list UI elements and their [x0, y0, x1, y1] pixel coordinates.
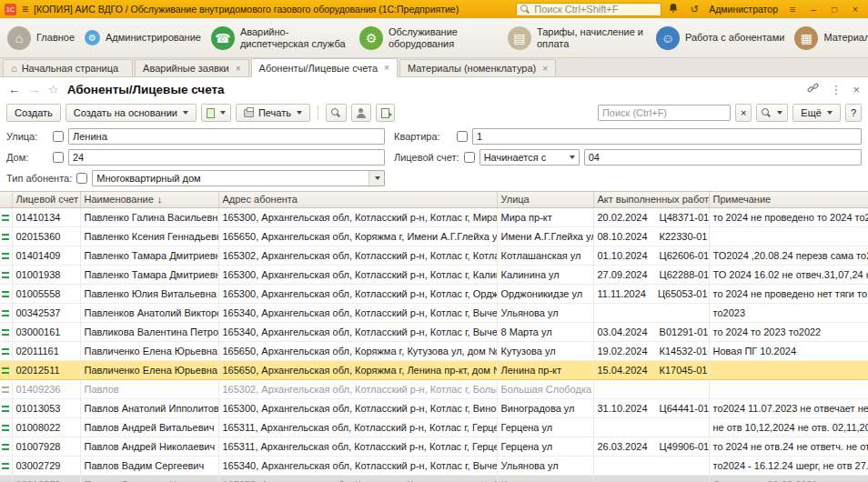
- notifications-bell-icon[interactable]: [667, 3, 680, 15]
- chevron-down-icon: [777, 111, 782, 115]
- cell-street: Кирова ул: [497, 475, 593, 482]
- cell-note: то2024 - 16.12.24 шерг, не отв 27.11.24: [709, 456, 868, 475]
- filter-flat-checkbox[interactable]: [457, 131, 468, 142]
- ribbon-item[interactable]: ▤ Тарифы, начисление и оплата: [508, 26, 646, 50]
- cell-street: Ленина пр-кт: [497, 360, 593, 379]
- report-dropdown-button[interactable]: [201, 104, 231, 122]
- cell-account: 02015360: [12, 226, 80, 246]
- back-button[interactable]: ←: [8, 83, 20, 96]
- column-header[interactable]: Наименование↓: [80, 192, 218, 207]
- tab[interactable]: Аварийные заявки ×: [135, 59, 249, 76]
- tab[interactable]: Абоненты/Лицевые счета ×: [251, 58, 398, 77]
- ribbon-item-icon: ☺: [656, 26, 680, 50]
- filter-type-combo[interactable]: Многоквартирный дом: [92, 170, 385, 186]
- table-row[interactable]: 00342537 Павленков Анатолий Викторович 1…: [0, 303, 868, 322]
- history-icon[interactable]: ↺: [688, 4, 701, 15]
- cell-note: [709, 226, 868, 246]
- cell-address: 165650, Архангельская обл, Коряжма г, Ле…: [218, 360, 497, 379]
- table-row[interactable]: 01410134 Павленко Галина Васильевна 1653…: [0, 207, 868, 226]
- cell-address: 165340, Архангельская обл, Котласский р-…: [218, 456, 497, 475]
- table-row[interactable]: 01005558 Павленко Юлия Витальевна 165300…: [0, 284, 868, 303]
- favorite-star-icon[interactable]: ☆: [48, 83, 59, 96]
- ribbon-item-label: Материалы: [823, 32, 868, 44]
- ribbon-item[interactable]: ⚙ Администрирование: [85, 30, 201, 45]
- filter-street-input[interactable]: [68, 128, 385, 145]
- main-menu-icon[interactable]: ≡: [22, 3, 28, 15]
- tab-close-icon[interactable]: ×: [234, 64, 241, 74]
- forward-button[interactable]: →: [28, 83, 40, 96]
- responsible-person-button[interactable]: [351, 104, 371, 122]
- tab[interactable]: ⌂ Начальная страница: [3, 59, 133, 76]
- tab[interactable]: Материалы (номенклатура) ×: [399, 59, 556, 76]
- go-to-button[interactable]: [376, 104, 395, 122]
- table-row[interactable]: 02011161 Павличенко Елена Юрьевна 165650…: [0, 341, 868, 360]
- cell-name: Павленко Галина Васильевна: [80, 207, 218, 226]
- column-header[interactable]: Акт выполненных работ: [593, 192, 709, 207]
- table-row[interactable]: 01007928 Павлов Андрей Николаевич 165311…: [0, 437, 868, 456]
- cell-account: 01013053: [12, 398, 80, 417]
- more-actions-icon[interactable]: ⋮: [830, 84, 842, 95]
- cell-act: 31.10.2024Ц64441-01: [593, 398, 709, 417]
- search-icon: [762, 108, 772, 118]
- table-row[interactable]: 01013053 Павлов Анатолий Ипполитович 165…: [0, 398, 868, 417]
- close-window-button[interactable]: ×: [849, 5, 862, 15]
- service-menu-icon[interactable]: ≡: [786, 4, 799, 15]
- find-button[interactable]: [326, 104, 347, 122]
- minimize-button[interactable]: –: [807, 5, 820, 15]
- quick-search-input[interactable]: [598, 105, 731, 121]
- filter-house-input[interactable]: [68, 149, 385, 166]
- filter-account-checkbox[interactable]: [464, 152, 475, 163]
- row-marker-icon: [0, 437, 12, 456]
- filter-account-input[interactable]: [584, 149, 862, 166]
- cell-name: Павличенко Елена Юрьевна: [80, 341, 218, 360]
- column-header[interactable]: Улица: [497, 192, 593, 207]
- print-button[interactable]: Печать: [236, 104, 310, 122]
- create-based-on-button[interactable]: Создать на основании: [66, 104, 197, 122]
- filter-street-checkbox[interactable]: [53, 131, 64, 142]
- table-row[interactable]: 03002729 Павлов Вадим Сергеевич 165340, …: [0, 456, 868, 475]
- 1c-logo-icon: 1С: [5, 4, 16, 15]
- ribbon-item[interactable]: ⚙ Обслуживание оборудования: [359, 26, 498, 50]
- table-row[interactable]: 01409236 Павлов 165302, Архангельская об…: [0, 379, 868, 398]
- column-header[interactable]: Лицевой счет: [12, 192, 80, 207]
- search-options-button[interactable]: [756, 104, 788, 122]
- table-row[interactable]: 03000161 Павликова Валентина Петровна 16…: [0, 322, 868, 341]
- clear-search-button[interactable]: ×: [735, 104, 752, 122]
- cell-street: Виноградова ул: [497, 398, 593, 417]
- ribbon-item[interactable]: ☎ Аварийно-диспетчерская служба: [211, 26, 349, 50]
- filter-account-mode-select[interactable]: Начинается с: [479, 149, 580, 166]
- combo-dropdown-button[interactable]: [368, 171, 384, 186]
- filter-flat-input[interactable]: [472, 128, 862, 145]
- ribbon-item[interactable]: ☺ Работа с абонентами: [656, 26, 784, 50]
- cell-name: Павлов Валентин Николаевич: [80, 475, 218, 482]
- column-header[interactable]: Адрес абонента: [218, 192, 497, 207]
- table-row[interactable]: 02012511 Павличенко Елена Юрьевна 165650…: [0, 360, 868, 379]
- restore-button[interactable]: □: [828, 5, 841, 15]
- table-row[interactable]: 02015360 Павленко Ксения Геннадьевна 165…: [0, 226, 868, 246]
- document-icon: [207, 108, 215, 118]
- get-link-icon[interactable]: [807, 83, 819, 96]
- table-row[interactable]: 01001938 Павленко Тамара Дмитриевна 1653…: [0, 265, 868, 284]
- table-row[interactable]: 01401409 Павленко Тамара Дмитриевна 1653…: [0, 246, 868, 265]
- close-tab-icon[interactable]: ×: [853, 84, 860, 95]
- app-window: 1С ≡ [КОПИЯ] АИС ВДГО / Обслуживание вну…: [0, 0, 868, 482]
- tab-close-icon[interactable]: ×: [382, 63, 389, 73]
- filter-type-checkbox[interactable]: [76, 173, 87, 184]
- chevron-down-icon: [570, 156, 575, 159]
- cell-street: Котлашанская ул: [497, 246, 593, 265]
- filter-house-checkbox[interactable]: [53, 152, 64, 163]
- ribbon-item[interactable]: ⌂ Главное: [7, 26, 75, 50]
- current-user-menu[interactable]: Администратор: [709, 4, 778, 15]
- ribbon-item-label: Главное: [36, 32, 75, 44]
- more-button[interactable]: Ещё: [792, 104, 841, 122]
- create-button[interactable]: Создать: [6, 104, 61, 122]
- global-search-field[interactable]: Поиск Ctrl+Shift+F: [516, 3, 661, 16]
- table-row[interactable]: 02016873 Павлов Валентин Николаевич 1656…: [0, 475, 868, 482]
- cell-street: Имени А.Г.Глейха ул: [497, 226, 593, 246]
- ribbon-item-icon: ▦: [794, 26, 818, 50]
- tab-close-icon[interactable]: ×: [540, 64, 548, 74]
- table-row[interactable]: 01008022 Павлов Андрей Витальевич 165311…: [0, 417, 868, 437]
- help-button[interactable]: ?: [845, 104, 862, 122]
- ribbon-item[interactable]: ▦ Материалы: [794, 26, 868, 50]
- column-header[interactable]: Примечание: [709, 192, 868, 207]
